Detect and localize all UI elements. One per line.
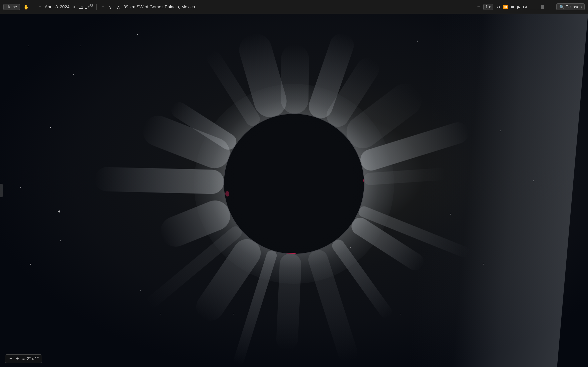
menu-icon-1[interactable]: ≡ [37, 4, 43, 10]
separator-2 [96, 4, 97, 10]
step-back-button[interactable]: ⏪ [502, 4, 509, 10]
bottom-menu-button[interactable]: ≡ [21, 356, 26, 361]
time-hhmm: 11:17 [79, 5, 90, 10]
toolbar: Home ✋ ≡ April 8 2024 CE 11:1758 ≡ ∨ ∧ 8… [0, 0, 588, 14]
star [137, 34, 138, 35]
play-forward-button[interactable]: ▶ [516, 4, 521, 10]
zoom-out-button[interactable]: − [8, 356, 13, 361]
day-label[interactable]: 8 [55, 4, 58, 9]
side-panel-handle[interactable] [0, 184, 3, 197]
zoom-level[interactable]: 1 x [483, 4, 493, 10]
star [30, 264, 31, 265]
home-button[interactable]: Home [3, 4, 20, 10]
chevron-down-icon[interactable]: ∨ [107, 4, 113, 10]
fov-label: 2° x 1° [27, 356, 39, 361]
time-seconds: 58 [89, 4, 93, 8]
time-display[interactable]: 11:1758 [79, 4, 93, 10]
star [417, 41, 418, 42]
separator-3 [553, 4, 553, 10]
star [50, 127, 51, 128]
skip-back-button[interactable]: ⏮ [495, 4, 501, 10]
eclipses-button[interactable]: 🔍 Eclipses [556, 3, 585, 10]
bottom-controls: − + ≡ 2° x 1° [5, 354, 42, 363]
main-scene [0, 14, 588, 367]
star [73, 74, 74, 75]
bottom-bar: − + ≡ 2° x 1° [0, 350, 588, 367]
star [60, 240, 61, 241]
separator-1 [34, 4, 34, 10]
layout-single[interactable] [530, 5, 536, 9]
location-label[interactable]: 89 km SW of Gomez Palacio, Mexico [123, 4, 474, 9]
playback-controls: ⏮ ⏪ ⏹ ▶ ⏭ [495, 4, 528, 10]
hand-cursor-icon[interactable]: ✋ [22, 4, 30, 10]
layout-options [530, 5, 549, 9]
star [500, 131, 501, 131]
background-star [58, 210, 60, 212]
era-label: CE [71, 5, 76, 9]
star [483, 264, 484, 264]
skip-forward-button[interactable]: ⏭ [522, 4, 528, 10]
zoom-in-button[interactable]: + [15, 356, 20, 361]
menu-icon-2[interactable]: ≡ [476, 4, 481, 10]
star [167, 54, 167, 55]
toolbar-right: ≡ 1 x ⏮ ⏪ ⏹ ▶ ⏭ 🔍 Eclipses [476, 3, 585, 10]
star [80, 46, 81, 46]
stop-button[interactable]: ⏹ [510, 4, 516, 10]
layout-quad[interactable] [543, 5, 549, 9]
solar-disk [224, 114, 364, 254]
star [367, 64, 367, 65]
star [117, 247, 117, 248]
year-label[interactable]: 2024 [60, 4, 69, 9]
star [533, 181, 534, 181]
month-label[interactable]: April [45, 4, 53, 9]
star [233, 314, 234, 314]
eclipses-label: Eclipses [566, 4, 582, 9]
chevron-up-icon[interactable]: ∧ [115, 4, 121, 10]
hamburger-icon[interactable]: ≡ [100, 4, 105, 10]
star [400, 314, 401, 314]
search-icon: 🔍 [559, 5, 564, 9]
layout-split[interactable] [537, 5, 543, 9]
